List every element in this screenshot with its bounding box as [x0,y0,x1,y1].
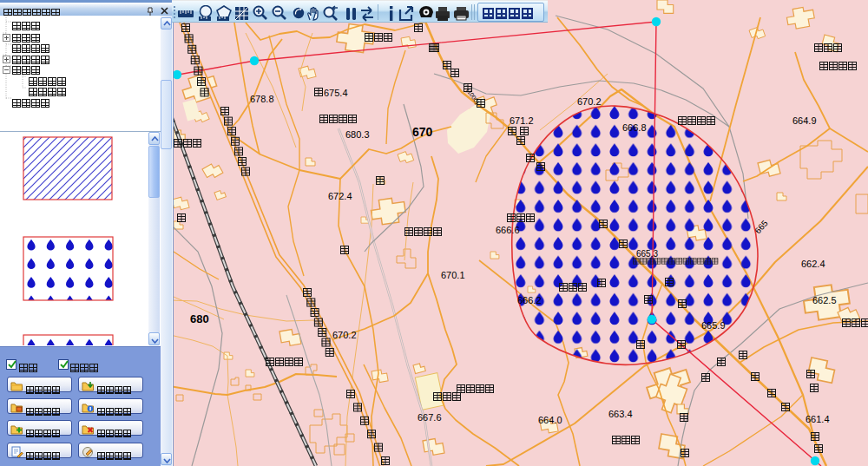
svg-text:665.9: 665.9 [701,320,726,331]
svg-text:666.8: 666.8 [622,122,647,133]
svg-text:666.2: 666.2 [517,295,542,305]
svg-text:662.5: 662.5 [812,295,837,305]
svg-text:680: 680 [190,312,209,325]
svg-text:667.6: 667.6 [418,412,442,423]
svg-text:670: 670 [412,125,433,139]
svg-text:678.8: 678.8 [250,94,274,104]
svg-text:670.1: 670.1 [441,270,465,280]
svg-text:665.3: 665.3 [636,249,658,259]
svg-text:663.4: 663.4 [608,409,633,419]
svg-text:670.2: 670.2 [577,96,602,107]
svg-text:670.2: 670.2 [332,330,357,340]
svg-text:666.6: 666.6 [496,225,520,235]
svg-text:664.9: 664.9 [792,115,817,126]
svg-text:672.4: 672.4 [328,191,352,201]
svg-text:671.2: 671.2 [510,115,534,126]
svg-text:675.4: 675.4 [324,88,348,98]
svg-text:662.4: 662.4 [801,259,825,269]
svg-text:680.3: 680.3 [345,129,370,140]
svg-text:661.4: 661.4 [806,414,830,424]
svg-text:664.0: 664.0 [538,415,562,425]
